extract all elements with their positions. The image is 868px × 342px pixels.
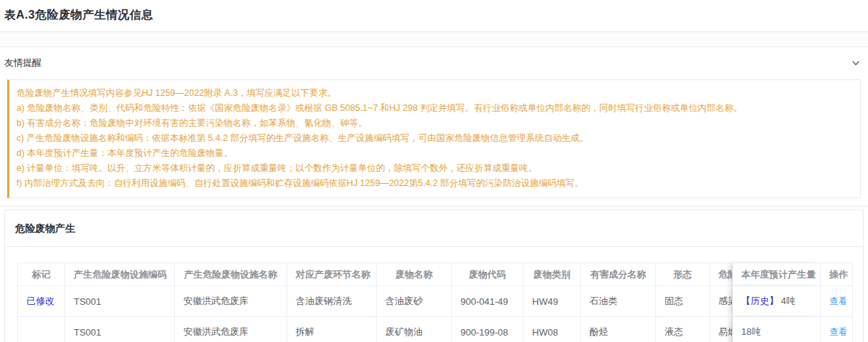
table-row: TS001 安徽洪武危废库 拆解 废矿物油 900-199-08 HW08 酚烃… bbox=[17, 317, 853, 342]
notice-line-e: e) 计量单位：填写吨。以升、立方米等体积计量的，应折算成重量吨；以个数作为计量… bbox=[16, 161, 852, 176]
reminder-title: 友情提醒 bbox=[4, 57, 42, 69]
view-link[interactable]: 查看 bbox=[829, 296, 847, 306]
notice-line-c: c) 产生危险废物设施名称和编码：依据本标准第 5.4.2 部分填写的生产设施名… bbox=[16, 131, 852, 146]
section-title: 危险废物产生 bbox=[5, 210, 863, 246]
table-header-row: 标记 产生危险废物设施编码 产生危险废物设施名称 对应产废环节名称 废物名称 废… bbox=[17, 263, 853, 286]
cell-mark bbox=[17, 317, 65, 342]
waste-generation-card: 危险废物产生 标记 产生危险废物设施编码 产生危险废物设施名称 对应产废环节名称… bbox=[4, 210, 864, 342]
cell-waste-code: 900-041-49 bbox=[452, 286, 524, 317]
notice-line-intro: 危险废物产生情况填写内容参见HJ 1259—2022附录 A.3，填写应满足以下… bbox=[16, 86, 852, 101]
view-link[interactable]: 查看 bbox=[829, 327, 847, 337]
table-row: 已修改 TS001 安徽洪武危废库 含油废钢清洗 含油废砂 900-041-49… bbox=[17, 286, 853, 317]
cell-annual-quantity: 【历史】 4吨 bbox=[733, 286, 821, 317]
cell-harmful-component: 石油类 bbox=[581, 286, 656, 317]
cell-mark: 已修改 bbox=[17, 286, 65, 317]
cell-actions: 查看 bbox=[821, 317, 853, 342]
section-divider bbox=[5, 246, 863, 247]
col-header-actions: 操作 bbox=[821, 263, 853, 286]
page-header: 表A.3危险废物产生情况信息 bbox=[0, 0, 868, 32]
cell-waste-code: 900-199-08 bbox=[452, 317, 524, 342]
waste-table: 标记 产生危险废物设施编码 产生危险废物设施名称 对应产废环节名称 废物名称 废… bbox=[17, 263, 853, 342]
chevron-down-icon[interactable] bbox=[851, 58, 861, 68]
notice-line-d: d) 本年度预计产生量：本年度预计产生的危险废物量。 bbox=[16, 146, 852, 161]
col-header-waste-code: 废物代码 bbox=[452, 263, 524, 286]
cell-process: 拆解 bbox=[287, 317, 377, 342]
header-spacer bbox=[0, 32, 868, 47]
col-header-waste-category: 废物类别 bbox=[524, 263, 581, 286]
col-header-harmful-component: 有害成分名称 bbox=[581, 263, 656, 286]
col-header-facility-code: 产生危险废物设施编码 bbox=[65, 263, 175, 286]
cell-hazard: 感染性 bbox=[710, 286, 733, 317]
reminder-collapse-header[interactable]: 友情提醒 bbox=[0, 47, 868, 78]
quantity-value: 4吨 bbox=[778, 295, 796, 306]
notice-line-a: a) 危险废物名称、类别、代码和危险特性：依据《国家危险废物名录》或根据 GB … bbox=[16, 101, 852, 116]
cell-process: 含油废钢清洗 bbox=[287, 286, 377, 317]
reminder-notice-box: 危险废物产生情况填写内容参见HJ 1259—2022附录 A.3，填写应满足以下… bbox=[7, 79, 861, 198]
col-header-waste-name: 废物名称 bbox=[377, 263, 452, 286]
cell-facility-code: TS001 bbox=[65, 317, 175, 342]
cell-waste-name: 含油废砂 bbox=[377, 286, 452, 317]
cell-actions: 查看 bbox=[821, 286, 853, 317]
quantity-value: 18吨 bbox=[741, 326, 761, 337]
cell-annual-quantity: 18吨 bbox=[733, 317, 821, 342]
notice-line-b: b) 有害成分名称：危险废物中对环境有害的主要污染物名称，如苯系物、氰化物、砷等… bbox=[16, 116, 852, 131]
waste-table-wrap: 标记 产生危险废物设施编码 产生危险废物设施名称 对应产废环节名称 废物名称 废… bbox=[17, 263, 863, 342]
cell-form: 固态 bbox=[656, 286, 710, 317]
cell-form: 液态 bbox=[656, 317, 710, 342]
col-header-hazard: 危险特性 bbox=[710, 263, 733, 286]
page-title: 表A.3危险废物产生情况信息 bbox=[4, 8, 864, 23]
col-header-form: 形态 bbox=[656, 263, 710, 286]
cell-waste-name: 废矿物油 bbox=[377, 317, 452, 342]
cell-facility-name: 安徽洪武危废库 bbox=[175, 317, 287, 342]
history-badge: 【历史】 bbox=[741, 295, 778, 306]
col-header-mark: 标记 bbox=[17, 263, 65, 286]
reminder-panel: 友情提醒 危险废物产生情况填写内容参见HJ 1259—2022附录 A.3，填写… bbox=[0, 47, 868, 207]
notice-line-f: f) 内部治理方式及去向：自行利用设施编码、自行处置设施编码和贮存设施编码依据H… bbox=[16, 176, 852, 191]
cell-facility-code: TS001 bbox=[65, 286, 175, 317]
col-header-annual-quantity: 本年度预计产生量 bbox=[733, 263, 821, 286]
cell-hazard: 易燃性 bbox=[710, 317, 733, 342]
cell-waste-category: HW08 bbox=[524, 317, 581, 342]
col-header-process: 对应产废环节名称 bbox=[287, 263, 377, 286]
col-header-facility-name: 产生危险废物设施名称 bbox=[175, 263, 287, 286]
cell-harmful-component: 酚烃 bbox=[581, 317, 656, 342]
cell-facility-name: 安徽洪武危废库 bbox=[175, 286, 287, 317]
cell-waste-category: HW49 bbox=[524, 286, 581, 317]
